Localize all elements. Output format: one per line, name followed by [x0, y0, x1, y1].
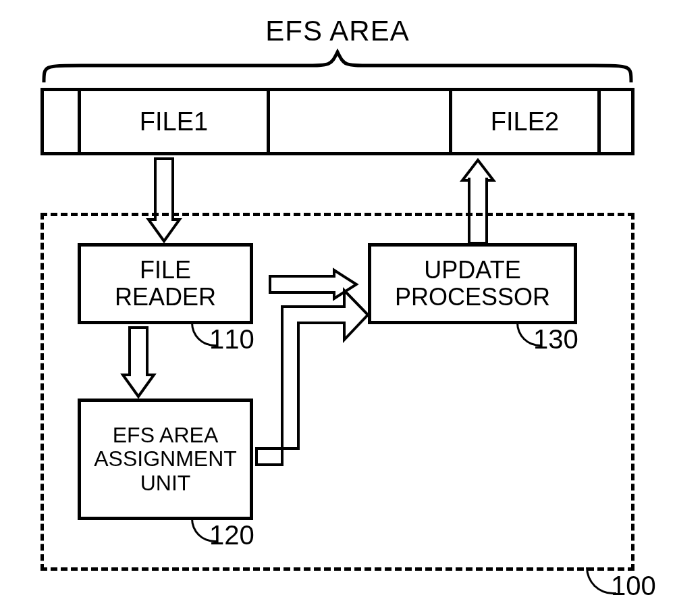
efs-unit-label-1: EFS AREA: [113, 424, 219, 447]
efs-unit-label-2: ASSIGNMENT: [94, 447, 237, 471]
svg-rect-8: [332, 278, 339, 291]
diagram-title: EFS AREA: [236, 15, 439, 47]
diagram-canvas: EFS AREA FILE1 FILE2 FILE READER: [0, 0, 675, 616]
ref-num-110: 110: [209, 324, 254, 355]
update-processor-block: UPDATE PROCESSOR: [368, 243, 577, 324]
efs-segment-tail: [601, 91, 631, 152]
ref-num-120: 120: [209, 520, 254, 550]
svg-rect-9: [130, 328, 147, 378]
efs-segment-file2: FILE2: [452, 91, 601, 152]
arrow-reader-to-efsunit-icon: [122, 328, 155, 399]
svg-marker-3: [462, 160, 493, 180]
ref-num-130: 130: [533, 324, 578, 355]
file-reader-label-1: FILE: [140, 257, 191, 284]
update-proc-label-2: PROCESSOR: [395, 284, 550, 311]
arrow-efsunit-to-update-icon: [256, 303, 371, 471]
svg-rect-5: [470, 178, 485, 184]
efs-assignment-unit-block: EFS AREA ASSIGNMENT UNIT: [78, 399, 253, 520]
efs-segment-empty: [44, 91, 81, 152]
file-reader-block: FILE READER: [78, 243, 253, 324]
ref-num-100: 100: [611, 571, 656, 601]
efs-segment-file1: FILE1: [81, 91, 270, 152]
efs-unit-label-3: UNIT: [140, 471, 191, 495]
svg-rect-6: [270, 276, 338, 292]
curly-brace-icon: [40, 49, 634, 84]
update-proc-label-1: UPDATE: [424, 257, 520, 284]
svg-rect-11: [131, 372, 146, 379]
efs-area-bar: FILE1 FILE2: [40, 88, 634, 155]
file-reader-label-2: READER: [115, 284, 216, 311]
efs-segment-gap: [270, 91, 452, 152]
